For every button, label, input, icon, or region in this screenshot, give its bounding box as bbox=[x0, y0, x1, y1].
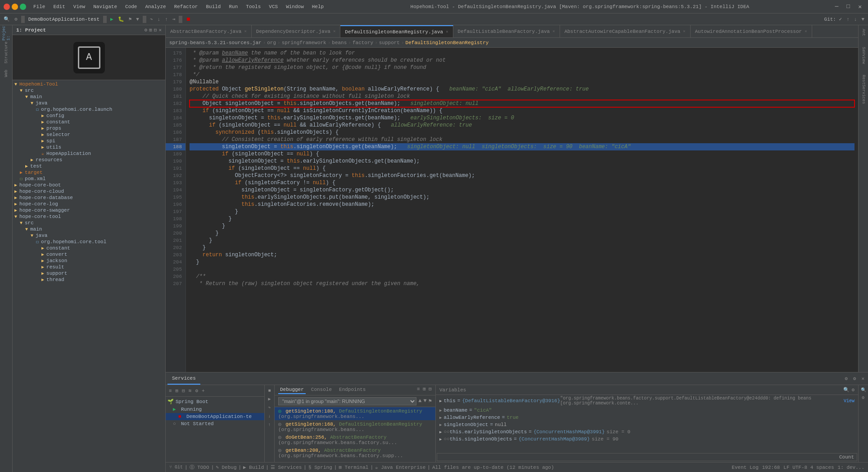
tree-item-spi[interactable]: ▶ spi bbox=[13, 138, 165, 144]
tab-autowired-annotation[interactable]: AutowiredAnnotationBeanPostProcessor ✕ bbox=[691, 25, 812, 38]
tree-item-tool-convert[interactable]: ▶ convert bbox=[13, 251, 165, 258]
menu-refactor[interactable]: Refactor bbox=[171, 3, 202, 10]
svc-icon3[interactable]: ⊟ bbox=[181, 387, 186, 394]
tree-item-constant[interactable]: ▶ constant bbox=[13, 119, 165, 125]
menu-run[interactable]: Run bbox=[225, 3, 241, 10]
tree-item-hope-core-boot[interactable]: ▶ hope-core-boot bbox=[13, 182, 165, 188]
tree-item-pomxml[interactable]: ◻ pom.xml bbox=[13, 176, 165, 182]
step-over-btn[interactable]: ↷ bbox=[266, 404, 273, 411]
tree-item-hopehomi-tool[interactable]: ▼ Hopehomi-Tool bbox=[13, 81, 165, 87]
frame-item-1[interactable]: ◎ getSingleton:168, DefaultSingletonBean… bbox=[275, 420, 435, 433]
svc-icon-add[interactable]: + bbox=[200, 388, 206, 394]
thread-up-icon[interactable]: ▲ bbox=[418, 398, 421, 404]
tab-services[interactable]: Services bbox=[167, 373, 200, 385]
tab-default-listable[interactable]: DefaultListableBeanFactory.java ✕ bbox=[453, 25, 560, 38]
title-restore[interactable]: □ bbox=[844, 2, 853, 11]
web-toggle[interactable]: Web bbox=[1, 68, 11, 78]
debug-button[interactable]: 🐛 bbox=[116, 16, 126, 23]
minimize-button[interactable] bbox=[12, 4, 18, 10]
var-search-icon[interactable]: 🔍 bbox=[843, 387, 850, 393]
tab-dependency-descriptor[interactable]: DependencyDescriptor.java ✕ bbox=[252, 25, 340, 38]
tree-item-utils[interactable]: ▶ utils bbox=[13, 144, 165, 150]
menu-file[interactable]: File bbox=[30, 3, 49, 10]
stop-button[interactable]: ⏹ bbox=[184, 16, 193, 23]
var-settings-right[interactable]: ⚙ bbox=[861, 395, 865, 401]
stop-debug-btn[interactable]: ■ bbox=[266, 387, 273, 394]
tree-item-selector[interactable]: ▶ selector bbox=[13, 132, 165, 138]
project-collapse-icon[interactable]: ⊟ bbox=[154, 27, 157, 33]
project-close-icon[interactable]: ✕ bbox=[158, 27, 162, 33]
git-more[interactable]: ▼ bbox=[859, 16, 866, 23]
menu-view[interactable]: View bbox=[70, 3, 89, 10]
var-toggle-icon[interactable]: ▶ bbox=[439, 399, 442, 404]
var-search-right[interactable]: 🔍 bbox=[860, 387, 867, 393]
var-item-early-singletons[interactable]: ▶ ○○ this.earlySingletonObjects = {Concu… bbox=[436, 428, 858, 436]
var-toggle-icon[interactable]: ▶ bbox=[439, 437, 442, 442]
menu-analyze[interactable]: Analyze bbox=[141, 3, 169, 10]
ant-icon[interactable]: Ant bbox=[861, 29, 866, 36]
toolbar-more[interactable]: ▼ bbox=[134, 16, 141, 23]
title-minimize[interactable]: ─ bbox=[832, 2, 841, 11]
bc-jar[interactable]: spring-beans-5.3.21-sources.jar bbox=[169, 40, 262, 45]
project-header-icons[interactable]: ⚙ ⊞ ⊟ ✕ bbox=[145, 27, 162, 33]
tree-item-src[interactable]: ▼ src bbox=[13, 87, 165, 94]
tree-item-hope-core-swagger[interactable]: ▶ hope-core-swagger bbox=[13, 207, 165, 213]
svc-icon4[interactable]: ≋ bbox=[187, 387, 193, 394]
services-status-icon[interactable]: ☰ Services bbox=[271, 464, 302, 470]
service-running[interactable]: ▶ Running bbox=[166, 405, 264, 413]
tab-close-icon[interactable]: ✕ bbox=[805, 29, 807, 34]
tree-item-java[interactable]: ▼ java bbox=[13, 100, 165, 106]
tab-console[interactable]: Console bbox=[309, 386, 334, 394]
toolbar-search[interactable]: 🔍 bbox=[2, 16, 12, 23]
bc-factory[interactable]: factory bbox=[353, 40, 373, 45]
frame-item-2[interactable]: ◎ doGetBean:256, AbstractBeanFactory (or… bbox=[275, 433, 435, 446]
var-settings-icon[interactable]: ⚙ bbox=[851, 387, 854, 393]
title-window-controls[interactable]: ─ □ ✕ bbox=[832, 2, 864, 11]
menu-window[interactable]: Window bbox=[282, 3, 307, 10]
step-into[interactable]: ↓ bbox=[156, 16, 163, 23]
tab-close-icon[interactable]: ✕ bbox=[552, 29, 555, 34]
toolbar-settings[interactable]: ⚙ bbox=[13, 16, 19, 23]
savview-icon[interactable]: SaVview bbox=[861, 47, 866, 64]
tree-item-hope-core-database[interactable]: ▶ hope-core-database bbox=[13, 195, 165, 201]
thread-select[interactable]: "main"@1 in group "main": RUNNING bbox=[278, 397, 416, 405]
event-log-icon[interactable]: Event Log bbox=[732, 465, 758, 470]
tree-item-resources[interactable]: ▶ resources bbox=[13, 157, 165, 163]
bc-beans[interactable]: beans bbox=[332, 40, 347, 45]
tree-item-tool-jackson[interactable]: ▶ jackson bbox=[13, 258, 165, 264]
thread-filter-icon[interactable]: ⚑ bbox=[429, 398, 432, 404]
step-into-btn[interactable]: ↓ bbox=[266, 413, 273, 420]
service-demo-app[interactable]: ■ DemoBootApplication-te bbox=[166, 413, 264, 420]
bottom-settings2-icon[interactable]: ⚙ bbox=[851, 375, 858, 382]
var-toggle-icon[interactable]: ▶ bbox=[439, 430, 442, 435]
menu-edit[interactable]: Edit bbox=[50, 3, 68, 10]
bottom-settings-icon[interactable]: ⚙ bbox=[843, 375, 850, 382]
tree-item-tool-src[interactable]: ▼ src bbox=[13, 220, 165, 226]
structure-toggle[interactable]: Structure bbox=[1, 48, 11, 58]
run-button[interactable]: ▶ bbox=[108, 16, 115, 23]
frame-item-3[interactable]: ◎ getBean:208, AbstractBeanFactory (org.… bbox=[275, 446, 435, 459]
tab-debugger[interactable]: Debugger bbox=[278, 386, 306, 394]
thread-down-icon[interactable]: ▼ bbox=[424, 398, 427, 404]
tab-default-singleton[interactable]: DefaultSingletonBeanRegistry.java ✕ bbox=[340, 25, 453, 38]
title-close[interactable]: ✕ bbox=[855, 2, 864, 11]
bc-org[interactable]: org bbox=[267, 40, 276, 45]
view-link[interactable]: View bbox=[844, 399, 854, 404]
terminal-icon[interactable]: ⊞ Terminal bbox=[339, 464, 368, 470]
run-with-coverage[interactable]: ⚑ bbox=[127, 16, 134, 23]
project-expand-icon[interactable]: ⊞ bbox=[149, 27, 152, 33]
tab-abstract-autowire[interactable]: AbstractAutowireCapableBeanFactory.java … bbox=[560, 25, 691, 38]
bc-support[interactable]: support bbox=[379, 40, 400, 45]
tree-item-main[interactable]: ▼ main bbox=[13, 94, 165, 100]
tree-item-tool-main[interactable]: ▼ main bbox=[13, 226, 165, 232]
maximize-button[interactable] bbox=[20, 4, 26, 10]
bc-springframework[interactable]: springframework bbox=[282, 40, 326, 45]
devtools-status[interactable]: 1: dev... bbox=[838, 465, 864, 470]
svc-icon1[interactable]: ≡ bbox=[167, 388, 173, 394]
tree-item-tool-pkg[interactable]: ◻ org.hopehomi.core.tool bbox=[13, 239, 165, 245]
tree-item-hope-core-log[interactable]: ▶ hope-core-log bbox=[13, 201, 165, 207]
service-spring-boot[interactable]: 🌱 Spring Boot bbox=[166, 398, 264, 405]
tab-close-icon[interactable]: ✕ bbox=[683, 29, 685, 34]
tree-item-tool-constant[interactable]: ▶ constant bbox=[13, 245, 165, 251]
tab-close-icon[interactable]: ✕ bbox=[244, 29, 246, 34]
